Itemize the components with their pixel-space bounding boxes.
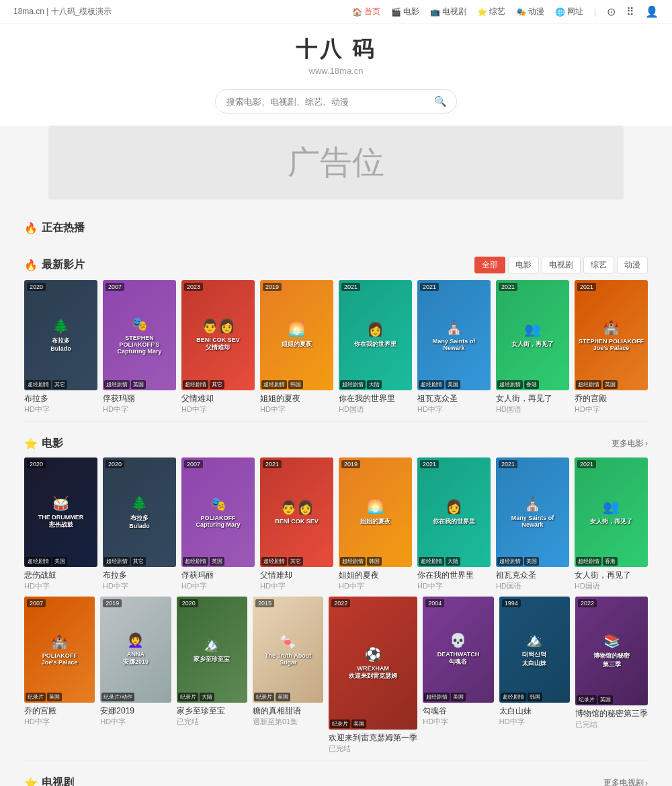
- movie-title: 姐姐的夏夜: [260, 393, 333, 404]
- list-item[interactable]: 🎭 STEPHEN POLIAKOFF'SCapturing Mary 2007…: [103, 280, 176, 414]
- movie-title: 糖的真相甜语: [253, 705, 323, 717]
- banner-text: 广告位: [288, 141, 384, 184]
- filter-tabs: 全部 电影 电视剧 综艺 动漫: [474, 257, 648, 273]
- movie-title: 悲伤战鼓: [24, 570, 97, 581]
- movie-title: 太白山妹: [499, 705, 570, 717]
- list-item[interactable]: 🍬 The Truth About Sugar 2015 纪录片英国 糖的真相甜…: [253, 597, 323, 754]
- chevron-right-icon: ›: [645, 439, 648, 448]
- list-item[interactable]: 💀 DEATHWATCH勾魂谷 2004 超经剧情美国 勾魂谷 HD中字: [423, 597, 493, 754]
- movie-sub: HD国语: [496, 581, 569, 591]
- list-item[interactable]: 🌲 布拉多Bulado 2020 超经剧情其它 布拉多 HD中字: [24, 280, 97, 414]
- movie-grid: 🥁 THE DRUMMER悲伤战鼓 2020 超经剧情美国 悲伤战鼓 HD中字 …: [24, 457, 648, 592]
- list-item[interactable]: 👩 你在我的世界里 2021 超经剧情大陆 你在我的世界里 HD国语: [339, 280, 412, 414]
- movie-sub: HD中字: [260, 404, 333, 414]
- list-item[interactable]: 🥁 THE DRUMMER悲伤战鼓 2020 超经剧情美国 悲伤战鼓 HD中字: [24, 457, 97, 592]
- home-icon: 🏠: [352, 7, 362, 17]
- grid-icon[interactable]: ⊙: [607, 5, 616, 18]
- banner: 广告位: [48, 126, 624, 200]
- tv-star-icon: ⭐: [24, 777, 38, 786]
- list-item[interactable]: 👥 女人街，再见了 2021 超经剧情香港 女人街，再见了 HD国语: [496, 280, 569, 414]
- list-item[interactable]: 🏔️ 태백산맥太白山妹 1994 超经剧情韩国 太白山妹 HD中字: [499, 597, 570, 754]
- tv-chevron-right-icon: ›: [645, 779, 648, 787]
- movie-title: 勾魂谷: [423, 705, 493, 717]
- logo-text: 十八 码: [0, 35, 672, 64]
- nav-home[interactable]: 🏠 首页: [352, 6, 380, 17]
- movie-sub: HD国语: [339, 404, 412, 414]
- movie-sub: HD中字: [417, 581, 491, 591]
- list-item[interactable]: 📚 博物馆的秘密第三季 2022 纪录片英国 博物馆的秘密第三季 已完结: [575, 597, 648, 754]
- nav-movie[interactable]: 🎬 电影: [391, 6, 419, 17]
- movie-title: 安娜2019: [100, 705, 171, 717]
- list-item[interactable]: 👥 女人街，再见了 2021 超经剧情香港 女人街，再见了 HD国语: [575, 457, 648, 592]
- movie-section-header: ⭐ 电影 更多电影 ›: [24, 437, 648, 451]
- hot-section-title: 🔥 正在热播: [24, 221, 85, 235]
- tv-section-title: ⭐ 电视剧: [24, 776, 74, 786]
- filter-all[interactable]: 全部: [474, 257, 505, 273]
- more-movies-link[interactable]: 更多电影 ›: [612, 438, 648, 449]
- movie-sub: HD中字: [103, 581, 176, 591]
- fire-icon: 🔥: [24, 222, 38, 234]
- list-item[interactable]: 🏰 STEPHEN POLIAKOFFJoe's Palace 2021 超经剧…: [575, 280, 648, 414]
- web-icon: 🌐: [555, 7, 565, 17]
- site-title: 18ma.cn | 十八码_模板演示: [13, 6, 112, 17]
- movie-title: 家乡至珍至宝: [177, 705, 247, 717]
- list-item[interactable]: 👨‍👩 BENİ COK SEV父情难却 2023 超经剧情其它 父情难却 HD…: [181, 280, 255, 414]
- list-item[interactable]: 🌲 布拉多Bulado 2020 超经剧情其它 布拉多 HD中字: [103, 457, 176, 592]
- movie-title: 你在我的世界里: [339, 393, 412, 404]
- latest-section-header: 🔥 最新影片 全部 电影 电视剧 综艺 动漫: [24, 257, 648, 273]
- list-item[interactable]: 🏔️ 家乡至珍至宝 2020 纪录片大陆 家乡至珍至宝 已完结: [177, 597, 247, 754]
- list-item[interactable]: 👩 你在我的世界里 2021 超经剧情大陆 你在我的世界里 HD中字: [417, 457, 491, 592]
- variety-icon: ⭐: [477, 7, 487, 17]
- movie-sub: HD中字: [417, 404, 491, 414]
- nav-tv[interactable]: 📺 电视剧: [430, 6, 466, 17]
- movie-title: 女人街，再见了: [575, 570, 648, 581]
- movie-sub: HD中字: [181, 404, 255, 414]
- filter-tv[interactable]: 电视剧: [542, 257, 581, 273]
- list-item[interactable]: ⚽ WREXHAM欢迎来到雷克瑟姆 2022 纪录片美国 欢迎来到雷克瑟姆第一季…: [329, 597, 417, 754]
- movie-title: 祖瓦克众圣: [496, 570, 569, 581]
- search-box: 🔍: [215, 89, 457, 114]
- filter-movie[interactable]: 电影: [508, 257, 539, 273]
- filter-variety[interactable]: 综艺: [583, 257, 614, 273]
- tv-icon: 📺: [430, 7, 440, 17]
- movie-sub: 已完结: [177, 717, 247, 727]
- movie-title: 博物馆的秘密第三季: [575, 708, 648, 719]
- search-input[interactable]: [216, 91, 425, 112]
- movie-title: 父情难却: [260, 570, 333, 581]
- movie-sub: HD中字: [181, 581, 255, 591]
- movie-sub: HD中字: [260, 581, 333, 591]
- movie-section: ⭐ 电影 更多电影 › 🥁 THE DRUMMER悲伤战鼓 2020 超经剧情美…: [0, 422, 672, 761]
- movie-sub: HD中字: [423, 717, 493, 727]
- search-button[interactable]: 🔍: [425, 90, 456, 113]
- movie-icon: 🎬: [391, 7, 401, 17]
- divider: |: [594, 7, 596, 17]
- tv-section-header: ⭐ 电视剧 更多电视剧 ›: [24, 776, 648, 786]
- list-item[interactable]: ⛪ Many Saints of Newark 2021 超经剧情美国 祖瓦克众…: [417, 280, 491, 414]
- list-item[interactable]: ⛪ Many Saints of Newark 2021 超经剧情美国 祖瓦克众…: [496, 457, 569, 592]
- movie-grid-2: 🏰 POLIAKOFFJoe's Palace 2007 纪录片英国 乔的宫殿 …: [24, 597, 648, 754]
- search-area: 🔍: [0, 83, 672, 126]
- filter-anime[interactable]: 动漫: [617, 257, 648, 273]
- movie-sub: HD中字: [499, 717, 570, 727]
- movie-sub: HD中字: [339, 581, 412, 591]
- hot-section: 🔥 正在热播: [0, 206, 672, 249]
- list-item[interactable]: 🌅 姐姐的夏夜 2019 超经剧情韩国 姐姐的夏夜 HD中字: [260, 280, 333, 414]
- list-item[interactable]: 🎭 POLIAKOFFCapturing Mary 2007 超经剧情英国 俘获…: [181, 457, 255, 592]
- movie-title: 布拉多: [103, 570, 176, 581]
- list-item[interactable]: 🏰 POLIAKOFFJoe's Palace 2007 纪录片英国 乔的宫殿 …: [24, 597, 95, 754]
- latest-title: 🔥 最新影片: [24, 258, 85, 272]
- topbar: 18ma.cn | 十八码_模板演示 🏠 首页 🎬 电影 📺 电视剧 ⭐ 综艺 …: [0, 0, 672, 24]
- more-tv-link[interactable]: 更多电视剧 ›: [603, 777, 648, 786]
- list-item[interactable]: 👨‍👩 BENİ COK SEV 2021 超经剧情其它 父情难却 HD中字: [260, 457, 333, 592]
- movie-sub: HD中字: [100, 717, 171, 727]
- nav-web[interactable]: 🌐 网址: [555, 6, 583, 17]
- list-item[interactable]: 👩‍🦱 ANNA安娜2019 2019 纪录片/动作 安娜2019 HD中字: [100, 597, 171, 754]
- apps-icon[interactable]: ⠿: [626, 5, 634, 18]
- nav-variety[interactable]: ⭐ 综艺: [477, 6, 505, 17]
- user-icon[interactable]: 👤: [645, 5, 659, 18]
- nav-anime[interactable]: 🎭 动漫: [516, 6, 544, 17]
- list-item[interactable]: 🌅 姐姐的夏夜 2019 超经剧情韩国 姐姐的夏夜 HD中字: [339, 457, 412, 592]
- anime-icon: 🎭: [516, 7, 526, 17]
- logo-area: 十八 码 www.18ma.cn: [0, 24, 672, 83]
- movie-star-icon: ⭐: [24, 437, 38, 450]
